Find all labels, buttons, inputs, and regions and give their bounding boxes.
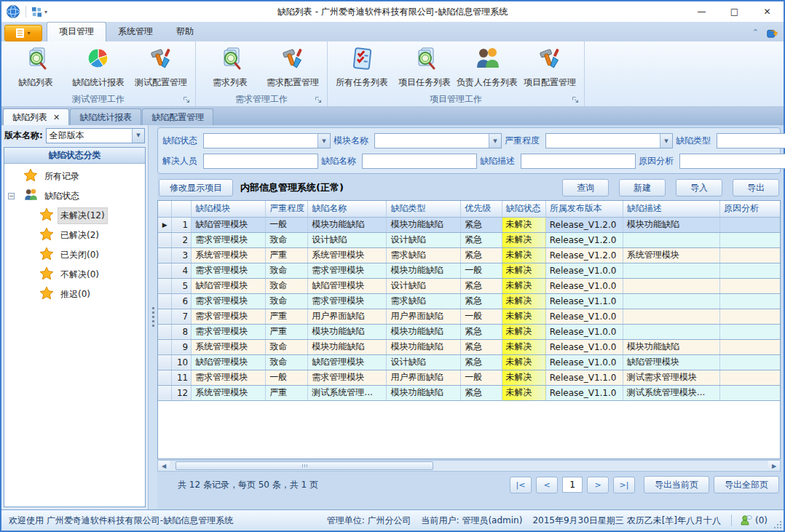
grid-cell[interactable]: Release_V1.0.0 xyxy=(545,309,623,324)
filter-value-input[interactable] xyxy=(363,154,476,168)
grid-cell[interactable]: 需求管理模块 xyxy=(192,309,266,324)
column-header-所属发布版本[interactable]: 所属发布版本 xyxy=(545,201,623,217)
ribbon-button-测试配置管理[interactable]: 测试配置管理 xyxy=(130,43,192,92)
grid-cell[interactable]: 模块功能缺陷 xyxy=(387,339,461,354)
table-row[interactable]: 4需求管理模块致命需求管理模块模块功能缺陷一般未解决Release_V1.0.0 xyxy=(158,263,781,278)
grid-cell[interactable]: 模块功能缺陷 xyxy=(308,339,387,354)
tree-item-未解决(12)[interactable]: 未解决(12) xyxy=(4,206,145,226)
grid-cell[interactable]: 测试系统管理... xyxy=(308,385,387,400)
grid-cell[interactable]: 致命 xyxy=(266,293,308,309)
document-tab-缺陷配置管理[interactable]: 缺陷配置管理 xyxy=(142,108,213,125)
grid-cell[interactable]: 用户界面缺陷 xyxy=(308,309,387,324)
grid-cell[interactable]: 模块功能缺陷 xyxy=(387,385,461,400)
grid-cell[interactable]: 缺陷管理模块 xyxy=(623,354,719,370)
table-row[interactable]: 7需求管理模块严重用户界面缺陷用户界面缺陷一般未解决Release_V1.0.0 xyxy=(158,309,781,324)
dialog-launcher-icon[interactable] xyxy=(183,96,191,104)
scroll-right-icon[interactable]: ▶ xyxy=(768,461,780,471)
filter-value-input[interactable] xyxy=(204,134,317,148)
close-button[interactable]: ✕ xyxy=(751,1,784,22)
grid-cell[interactable]: 紧急 xyxy=(461,247,502,263)
grid-cell[interactable]: 致命 xyxy=(266,339,308,354)
grid-cell[interactable]: 紧急 xyxy=(461,278,502,293)
chevron-down-icon[interactable]: ▼ xyxy=(132,129,144,143)
grid-cell[interactable]: 需求管理模块 xyxy=(192,370,266,385)
modify-columns-button[interactable]: 修改显示项目 xyxy=(159,179,233,196)
application-menu-button[interactable]: ▾ xyxy=(4,25,42,41)
grid-cell[interactable]: 紧急 xyxy=(461,217,502,232)
ribbon-tab-项目管理[interactable]: 项目管理 xyxy=(47,22,106,41)
grid-cell[interactable]: 未解决 xyxy=(502,247,545,263)
grid-cell[interactable]: 缺陷管理模块 xyxy=(308,278,387,293)
grid-cell[interactable] xyxy=(623,263,719,278)
grid-cell[interactable]: 紧急 xyxy=(461,293,502,309)
table-row[interactable]: 5缺陷管理模块致命缺陷管理模块设计缺陷紧急未解决Release_V1.0.0 xyxy=(158,278,781,293)
grid-cell[interactable]: 未解决 xyxy=(502,339,545,354)
grid-cell[interactable]: 未解决 xyxy=(502,278,545,293)
grid-cell[interactable]: 缺陷管理模块 xyxy=(192,278,266,293)
close-tab-icon[interactable]: ✕ xyxy=(53,113,60,122)
scrollbar-thumb[interactable] xyxy=(175,461,433,470)
grid-cell[interactable]: Release_V1.1.0 xyxy=(545,370,623,385)
grid-cell[interactable]: 紧急 xyxy=(461,232,502,247)
grid-cell[interactable]: 一般 xyxy=(266,217,308,232)
grid-cell[interactable]: Release_V1.0.0 xyxy=(545,324,623,339)
filter-dropdown[interactable]: ▼ xyxy=(717,133,785,148)
grid-cell[interactable]: 紧急 xyxy=(461,385,502,400)
ribbon-button-项目任务列表[interactable]: 项目任务列表 xyxy=(393,43,456,92)
tree-item-不解决(0)[interactable]: 不解决(0) xyxy=(4,265,145,285)
filter-input[interactable] xyxy=(521,154,636,169)
version-dropdown[interactable]: 全部版本 ▼ xyxy=(46,128,145,143)
dialog-launcher-icon[interactable] xyxy=(315,96,323,104)
grid-cell[interactable] xyxy=(719,217,781,232)
table-row[interactable]: 2需求管理模块致命设计缺陷设计缺陷紧急未解决Release_V1.2.0 xyxy=(158,232,781,247)
grid-cell[interactable] xyxy=(719,370,781,385)
ribbon-button-负责人任务列表[interactable]: 负责人任务列表 xyxy=(456,43,518,92)
grid-cell[interactable] xyxy=(623,324,719,339)
grid-cell[interactable] xyxy=(623,278,719,293)
ribbon-button-缺陷列表[interactable]: 缺陷列表 xyxy=(4,43,67,92)
export-all-pages-button[interactable]: 导出全部页 xyxy=(714,476,779,493)
grid-cell[interactable]: 用户界面缺陷 xyxy=(387,370,461,385)
dialog-launcher-icon[interactable] xyxy=(572,96,580,104)
export-current-page-button[interactable]: 导出当前页 xyxy=(644,476,709,493)
table-row[interactable]: 3系统管理模块严重系统管理模块需求缺陷紧急未解决Release_V1.2.0系统… xyxy=(158,247,781,263)
grid-cell[interactable]: Release_V1.0.0 xyxy=(545,339,623,354)
filter-dropdown[interactable]: ▼ xyxy=(545,133,673,148)
ribbon-tab-帮助[interactable]: 帮助 xyxy=(165,23,205,41)
page-number-input[interactable] xyxy=(562,477,583,493)
grid-cell[interactable]: 用户界面缺陷 xyxy=(387,309,461,324)
quick-access-toolbar-button[interactable]: ▾ xyxy=(31,7,47,17)
grid-cell[interactable]: 严重 xyxy=(266,309,308,324)
grid-cell[interactable]: 严重 xyxy=(266,324,308,339)
grid-cell[interactable] xyxy=(719,263,781,278)
table-row[interactable]: ▶1缺陷管理模块一般模块功能缺陷模块功能缺陷紧急未解决Release_V1.2.… xyxy=(158,217,781,232)
column-header-缺陷状态[interactable]: 缺陷状态 xyxy=(502,201,545,217)
action-button-新建[interactable]: 新建 xyxy=(619,179,666,196)
grid-cell[interactable] xyxy=(623,232,719,247)
grid-cell[interactable]: 系统管理模块 xyxy=(192,339,266,354)
chevron-down-icon[interactable]: ▼ xyxy=(489,134,501,148)
grid-cell[interactable]: 未解决 xyxy=(502,232,545,247)
filter-dropdown[interactable]: ▼ xyxy=(374,133,502,148)
next-page-button[interactable]: > xyxy=(587,477,609,493)
collapse-ribbon-icon[interactable]: ⌃ xyxy=(752,30,759,36)
action-button-查询[interactable]: 查询 xyxy=(562,179,609,196)
grid-cell[interactable]: 一般 xyxy=(266,370,308,385)
table-row[interactable]: 9系统管理模块致命模块功能缺陷模块功能缺陷紧急未解决Release_V1.0.0… xyxy=(158,339,781,354)
ribbon-button-需求配置管理[interactable]: 需求配置管理 xyxy=(261,43,324,92)
column-header-严重程度[interactable]: 严重程度 xyxy=(266,201,308,217)
grid-cell[interactable]: 系统管理模块 xyxy=(308,247,387,263)
grid-cell[interactable]: 缺陷管理模块 xyxy=(192,354,266,370)
grid-cell[interactable] xyxy=(623,293,719,309)
resize-grip[interactable] xyxy=(780,527,781,528)
tree-item-已解决(2)[interactable]: 已解决(2) xyxy=(4,226,145,245)
grid-cell[interactable]: 致命 xyxy=(266,354,308,370)
prev-page-button[interactable]: < xyxy=(536,477,558,493)
grid-cell[interactable] xyxy=(719,385,781,400)
tree-item-已关闭(0)[interactable]: 已关闭(0) xyxy=(4,245,145,265)
grid-cell[interactable]: 未解决 xyxy=(502,217,545,232)
minimize-button[interactable]: — xyxy=(685,1,718,22)
grid-cell[interactable]: 需求管理模块 xyxy=(308,370,387,385)
grid-cell[interactable]: 需求管理模块 xyxy=(192,263,266,278)
grid-cell[interactable]: 紧急 xyxy=(461,324,502,339)
